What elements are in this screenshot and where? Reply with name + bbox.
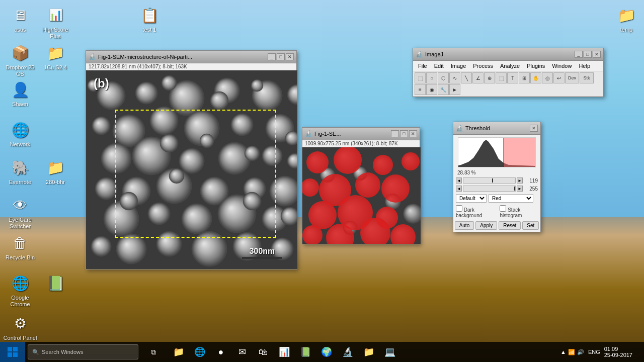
reset-button[interactable]: Reset: [499, 221, 521, 230]
taskbar-app2[interactable]: 📗: [295, 342, 315, 362]
desktop-icon-280bhr[interactable]: 📁 280-bhr: [38, 157, 73, 186]
desktop-icon-shaen[interactable]: 👤 Shaen: [3, 79, 38, 108]
sem-main-titlebar[interactable]: 🔬 Fig-1-SEM-microstructure-of-Ni-parti..…: [86, 51, 296, 63]
toolbar-freehand[interactable]: ∿: [449, 72, 460, 83]
desktop-icon-1cu[interactable]: 📁 1Cu S2 4: [38, 43, 73, 71]
toolbar-wand[interactable]: ⬚: [496, 72, 507, 83]
menu-window[interactable]: Window: [549, 62, 575, 70]
menu-plugins[interactable]: Plugins: [524, 62, 548, 70]
slider1-left-arrow[interactable]: ◄: [456, 177, 462, 184]
toolbar-oval[interactable]: ○: [426, 72, 437, 83]
toolbar-dev[interactable]: Dev: [565, 72, 579, 83]
threshold-buttons: Auto Apply Reset Set: [453, 219, 540, 232]
slider2-right-arrow[interactable]: ►: [517, 186, 523, 192]
auto-button[interactable]: Auto: [455, 221, 474, 230]
slider2-track[interactable]: [463, 186, 516, 192]
stack-histogram-checkbox[interactable]: [500, 205, 506, 212]
slider2-left-arrow[interactable]: ◄: [456, 186, 462, 192]
desktop-icon-excel[interactable]: 📗: [38, 273, 73, 295]
desktop-icon-eyecare[interactable]: 👁 Eye Care Switcher: [3, 195, 38, 230]
desktop-icon-dropbox[interactable]: 📦 Dropbox 25 GB: [3, 43, 38, 77]
toolbar-line[interactable]: ╲: [461, 72, 472, 83]
taskbar-app4[interactable]: 🔬: [338, 342, 358, 362]
taskbar-app1[interactable]: 📊: [274, 342, 294, 362]
sem-main-minimize[interactable]: _: [268, 53, 276, 60]
desktop-icon-temp[interactable]: 📁 temp: [609, 5, 644, 33]
sem-main-close[interactable]: ✕: [286, 53, 294, 60]
desktop-icon-control-panel[interactable]: ⚙ Control Panel: [3, 313, 38, 341]
taskbar-chrome-task[interactable]: ●: [211, 342, 231, 362]
menu-edit[interactable]: Edit: [431, 62, 447, 70]
taskbar-search[interactable]: 🔍 Search Windows: [28, 344, 138, 359]
shaen-icon: 👤: [10, 79, 30, 100]
taskbar-edge[interactable]: 🌐: [190, 342, 210, 362]
menu-image[interactable]: Image: [448, 62, 469, 70]
toolbar-zoom[interactable]: ⊞: [519, 72, 530, 83]
slider1-right-arrow[interactable]: ►: [517, 177, 523, 184]
slider1-track[interactable]: [463, 177, 516, 184]
sem-main-maximize[interactable]: □: [277, 53, 285, 60]
desktop-icon-chrome[interactable]: 🌐 Google Chrome: [3, 273, 38, 308]
evernote-icon: 🐘: [10, 157, 30, 177]
sem-crop-titlebar[interactable]: 🔬 Fig-1-SE... _ □ ✕: [302, 128, 420, 140]
sem-crop-image[interactable]: [302, 147, 421, 244]
toolbar-pan[interactable]: ✋: [530, 72, 541, 83]
set-button[interactable]: Set: [522, 221, 539, 230]
dark-background-checkbox[interactable]: [456, 205, 462, 212]
taskbar-app5[interactable]: 📁: [359, 342, 379, 362]
toolbar-text[interactable]: T: [507, 72, 518, 83]
toolbar-point[interactable]: ⊕: [484, 72, 495, 83]
sem-crop-close[interactable]: ✕: [409, 130, 417, 137]
eyecare-label: Eye Care Switcher: [3, 217, 38, 230]
taskbar-explorer[interactable]: 📁: [169, 342, 189, 362]
threshold-close[interactable]: ✕: [530, 125, 538, 132]
imagej-minimize[interactable]: _: [575, 51, 583, 58]
taskbar-mail[interactable]: ✉: [232, 342, 252, 362]
menu-help[interactable]: Help: [576, 62, 593, 70]
toolbar-undo[interactable]: ↩: [553, 72, 565, 83]
slider1-thumb[interactable]: [492, 178, 493, 183]
toolbar-options[interactable]: 🔧: [438, 84, 449, 95]
tray-clock[interactable]: 01:09 25-09-2017: [604, 346, 632, 358]
desktop-icon-highscore[interactable]: 📊 HighScore Plus: [38, 5, 73, 40]
start-button[interactable]: [0, 342, 25, 362]
toolbar-macro[interactable]: ◉: [426, 84, 437, 95]
menu-analyze[interactable]: Analyze: [497, 62, 523, 70]
menu-process[interactable]: Process: [470, 62, 496, 70]
dark-background-label[interactable]: Dark background: [456, 205, 496, 218]
toolbar-stk[interactable]: Stk: [580, 72, 594, 83]
imagej-close[interactable]: ✕: [593, 51, 601, 58]
taskbar-app3[interactable]: 🌍: [316, 342, 337, 362]
threshold-method-select[interactable]: Default IsoData Otsu: [456, 194, 487, 203]
toolbar-color[interactable]: ◎: [542, 72, 553, 83]
task-view-button[interactable]: ⧉: [143, 342, 164, 362]
taskbar-app6[interactable]: 💻: [380, 342, 400, 362]
toolbar-run[interactable]: ►: [449, 84, 460, 95]
imagej-maximize[interactable]: □: [584, 51, 592, 58]
desktop-icon-asus[interactable]: 🖥 asus: [3, 5, 38, 33]
tray-network-icon[interactable]: 📶: [568, 349, 575, 355]
desktop-icon-test1[interactable]: 📋 test 1: [132, 5, 167, 33]
desktop-icon-evernote[interactable]: 🐘 Evernote: [3, 157, 38, 186]
stack-histogram-label[interactable]: Stack histogram: [500, 205, 538, 218]
tray-volume-icon[interactable]: 🔊: [577, 349, 584, 355]
toolbar-list[interactable]: ≡: [415, 84, 426, 95]
sem-crop-minimize[interactable]: _: [391, 130, 399, 137]
apply-button[interactable]: Apply: [475, 221, 497, 230]
imagej-controls: _ □ ✕: [575, 51, 601, 58]
imagej-titlebar[interactable]: 🔬 ImageJ _ □ ✕: [413, 48, 603, 61]
toolbar-rect[interactable]: ⬚: [415, 72, 426, 83]
desktop-icon-recycle[interactable]: 🗑 Recycle Bin: [3, 233, 38, 261]
threshold-color-select[interactable]: Red Black & White Over/Under: [489, 194, 533, 203]
toolbar-angle[interactable]: ∠: [472, 72, 484, 83]
menu-file[interactable]: File: [415, 62, 430, 70]
tray-language: ENG: [588, 349, 600, 355]
threshold-titlebar[interactable]: 🔬 Threshold ✕: [453, 122, 540, 135]
tray-arrow[interactable]: ▲: [560, 349, 566, 355]
toolbar-poly[interactable]: ⬡: [438, 72, 449, 83]
taskbar-store[interactable]: 🛍: [253, 342, 273, 362]
slider2-thumb[interactable]: [514, 187, 515, 191]
desktop-icon-network[interactable]: 🌐 Network: [3, 120, 38, 148]
sem-crop-maximize[interactable]: □: [400, 130, 408, 137]
sem-main-image[interactable]: (b) 300nm: [86, 70, 297, 269]
